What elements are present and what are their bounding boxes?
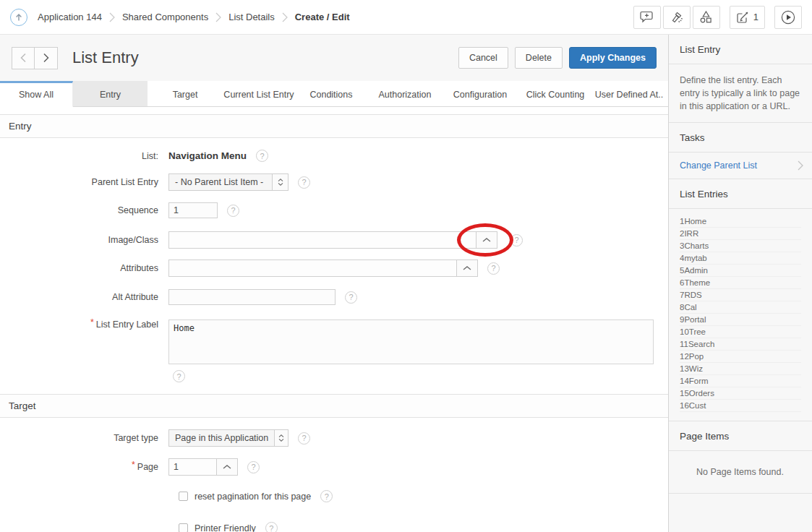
sidebar-about-description: Define the list entry. Each entry is typ… [669, 64, 812, 123]
parent-list-entry-value: - No Parent List Item - [169, 177, 272, 187]
printer-friendly-label: Printer Friendly [195, 523, 256, 532]
sequence-input[interactable] [168, 202, 218, 218]
breadcrumb-list-details[interactable]: List Details [226, 12, 278, 22]
select-spinner-icon [274, 430, 288, 446]
shared-components-button[interactable] [693, 6, 720, 29]
sidebar-about-title: List Entry [669, 35, 812, 64]
list-item[interactable]: 8Cal [680, 301, 801, 314]
help-icon[interactable]: ? [247, 461, 260, 473]
breadcrumb-application[interactable]: Application 144 [35, 12, 105, 22]
spotlight-search-button[interactable] [663, 6, 691, 29]
parent-list-entry-label: Parent List Entry [0, 177, 168, 187]
list-entries-list: 1Home 2IRR 3Charts 4mytab 5Admin 6Theme … [669, 209, 812, 421]
list-item[interactable]: 4mytab [680, 252, 801, 265]
target-type-select[interactable]: Page in this Application [168, 429, 289, 447]
list-item[interactable]: 1Home [680, 215, 801, 228]
help-icon[interactable]: ? [345, 291, 357, 304]
attributes-popup-button[interactable] [456, 259, 478, 277]
page-header: List Entry Cancel Delete Apply Changes [0, 35, 668, 81]
list-item[interactable]: 15Orders [680, 387, 801, 400]
image-class-popup-button[interactable] [476, 231, 497, 249]
parent-list-entry-select[interactable]: - No Parent List Item - [168, 173, 289, 191]
tab-show-all[interactable]: Show All [0, 81, 73, 107]
list-entry-label-textarea[interactable]: Home [168, 319, 654, 364]
edit-page-button[interactable]: 1 [730, 6, 765, 29]
sidebar-list-entries-title: List Entries [669, 179, 812, 209]
attributes-input[interactable] [168, 259, 456, 277]
list-item[interactable]: 6Theme [680, 277, 801, 289]
breadcrumb-separator-icon [109, 12, 115, 23]
spotlight-search-icon [670, 11, 683, 24]
list-value: Navigation Menu [168, 150, 247, 161]
reset-pagination-checkbox[interactable] [179, 492, 188, 501]
list-item[interactable]: 5Admin [680, 265, 801, 277]
chevron-right-icon [798, 160, 803, 171]
apply-changes-button[interactable]: Apply Changes [569, 47, 657, 69]
alt-attribute-label: Alt Attribute [0, 292, 168, 302]
image-class-input[interactable] [168, 231, 476, 249]
list-item[interactable]: 13Wiz [680, 363, 801, 375]
change-parent-list-label: Change Parent List [680, 160, 757, 171]
tab-current-list-entry[interactable]: Current List Entry [223, 81, 295, 106]
help-icon[interactable]: ? [227, 205, 239, 217]
list-item[interactable]: 7RDS [680, 289, 801, 301]
target-type-label: Target type [0, 433, 168, 443]
list-item[interactable]: 9Portal [680, 314, 801, 326]
list-item[interactable]: 14Form [680, 375, 801, 387]
breadcrumb: Application 144 Shared Components List D… [35, 12, 353, 23]
help-icon[interactable]: ? [510, 234, 523, 246]
help-icon[interactable]: ? [173, 370, 185, 382]
run-icon [781, 10, 795, 25]
image-class-combo [168, 231, 497, 249]
delete-button[interactable]: Delete [515, 47, 563, 69]
tab-configuration[interactable]: Configuration [443, 81, 518, 106]
tab-authorization[interactable]: Authorization [367, 81, 443, 106]
alt-attribute-input[interactable] [168, 289, 336, 305]
help-icon[interactable]: ? [298, 432, 310, 445]
list-label: List: [0, 151, 168, 161]
target-type-value: Page in this Application [169, 433, 274, 443]
target-section-header: Target [0, 394, 668, 418]
help-icon[interactable]: ? [256, 150, 268, 162]
toolbar: 1 [633, 6, 802, 29]
next-entry-button[interactable] [35, 47, 58, 69]
change-parent-list-link[interactable]: Change Parent List [669, 153, 812, 179]
list-item[interactable]: 11Search [680, 338, 801, 351]
entry-section-header: Entry [0, 114, 668, 138]
main-content: List Entry Cancel Delete Apply Changes S… [0, 35, 668, 532]
target-form: Target type Page in this Application ? *… [0, 418, 668, 532]
breadcrumb-separator-icon [215, 12, 221, 23]
run-application-button[interactable] [774, 6, 802, 29]
region-tabs: Show All Entry Target Current List Entry… [0, 81, 668, 107]
breadcrumb-separator-icon [282, 12, 288, 23]
edit-page-icon [736, 11, 749, 24]
breadcrumb-create-edit: Create / Edit [292, 12, 353, 22]
help-icon[interactable]: ? [265, 522, 278, 532]
list-entry-label-label: *List Entry Label [0, 319, 168, 330]
printer-friendly-checkbox[interactable] [179, 523, 188, 532]
help-icon[interactable]: ? [320, 490, 333, 502]
list-item[interactable]: 10Tree [680, 326, 801, 338]
page-popup-button[interactable] [216, 458, 238, 476]
app-home-icon[interactable] [10, 9, 27, 26]
tab-entry[interactable]: Entry [73, 81, 148, 106]
tab-target[interactable]: Target [148, 81, 223, 106]
tab-click-counting[interactable]: Click Counting [518, 81, 593, 106]
page-items-empty-state: No Page Items found. [669, 451, 812, 494]
page-input[interactable] [168, 458, 216, 476]
previous-entry-button[interactable] [12, 47, 35, 69]
list-item[interactable]: 16Cust [680, 400, 801, 412]
help-icon[interactable]: ? [298, 176, 310, 189]
breadcrumb-shared-components[interactable]: Shared Components [119, 12, 211, 22]
entry-form: List: Navigation Menu ? Parent List Entr… [0, 138, 668, 394]
list-item[interactable]: 12Pop [680, 351, 801, 363]
cancel-button[interactable]: Cancel [458, 47, 508, 69]
apex-list-entry-page: Application 144 Shared Components List D… [0, 0, 812, 532]
feedback-icon [640, 11, 654, 23]
list-item[interactable]: 3Charts [680, 240, 801, 252]
list-item[interactable]: 2IRR [680, 228, 801, 240]
feedback-button[interactable] [633, 6, 661, 29]
help-icon[interactable]: ? [487, 262, 500, 275]
tab-user-defined[interactable]: User Defined At.. [593, 81, 665, 106]
tab-conditions[interactable]: Conditions [295, 81, 367, 106]
